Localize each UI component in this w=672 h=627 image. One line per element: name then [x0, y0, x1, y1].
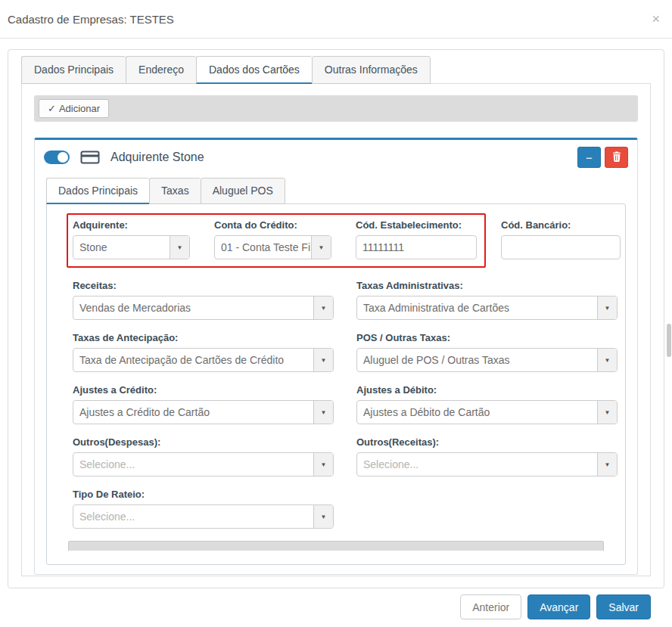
- add-bar: ✓ Adicionar: [34, 95, 638, 122]
- field-label: Adquirente:: [73, 219, 190, 231]
- taxas-administrativas-select[interactable]: Taxa Administrativa de Cartões ▼: [356, 296, 618, 320]
- outros-receitas-select[interactable]: Selecione... ▼: [356, 452, 618, 476]
- close-icon[interactable]: ×: [652, 12, 660, 26]
- field-pos-outras-taxas: POS / Outras Taxas: Aluguel de POS / Out…: [356, 332, 618, 372]
- card-title: Adquirente Stone: [110, 151, 204, 164]
- tab-endereco[interactable]: Endereço: [126, 56, 196, 84]
- subtab-aluguel-pos[interactable]: Aluguel POS: [201, 178, 285, 204]
- field-label: Outros(Receitas):: [356, 436, 618, 448]
- collapse-button[interactable]: −: [577, 147, 601, 168]
- ajustes-debito-select[interactable]: Ajustes a Débito de Cartão ▼: [356, 400, 618, 424]
- active-toggle[interactable]: [44, 151, 70, 164]
- add-button[interactable]: ✓ Adicionar: [39, 99, 109, 118]
- tab-dados-dos-cartoes[interactable]: Dados dos Cartões: [196, 56, 312, 84]
- tipo-rateio-select[interactable]: Selecione... ▼: [73, 504, 334, 529]
- main-tabbar: Dados Principais Endereço Dados dos Cart…: [21, 56, 651, 84]
- toggle-knob: [58, 152, 68, 163]
- field-label: Outros(Despesas):: [73, 436, 334, 448]
- credit-card-icon: [80, 150, 100, 165]
- chevron-down-icon: ▼: [313, 505, 333, 528]
- field-label: Taxas de Antecipação:: [73, 332, 334, 343]
- highlight-box: Adquirente: Stone ▼ Conta do Crédito:: [67, 213, 486, 268]
- field-tipo-rateio: Tipo De Rateio: Selecione... ▼: [73, 489, 334, 529]
- cards-tab-content: ✓ Adicionar Adquirente Stone −: [21, 83, 651, 576]
- form-row-3: Taxas de Antecipação: Taxa de Antecipaçã…: [73, 332, 605, 372]
- field-label: Ajustes a Débito:: [356, 384, 618, 396]
- check-icon: ✓: [48, 103, 56, 114]
- outros-despesas-select[interactable]: Selecione... ▼: [73, 452, 334, 476]
- field-taxas-administrativas: Taxas Administrativas: Taxa Administrati…: [356, 280, 618, 320]
- field-label: POS / Outras Taxas:: [356, 332, 618, 343]
- next-button[interactable]: Avançar: [527, 594, 590, 619]
- field-ajustes-debito: Ajustes a Débito: Ajustes a Débito de Ca…: [356, 384, 618, 424]
- receitas-select[interactable]: Vendas de Mercadorias ▼: [73, 296, 334, 320]
- subtab-taxas[interactable]: Taxas: [149, 178, 201, 204]
- main-panel: Dados Principais Endereço Dados dos Cart…: [8, 49, 664, 588]
- field-conta-credito: Conta do Crédito: 01 - Conta Teste Fi ▼: [214, 219, 331, 259]
- card-subtabbar: Dados Principais Taxas Aluguel POS: [46, 178, 626, 204]
- scrollbar-thumb[interactable]: [667, 324, 671, 357]
- minus-icon: −: [586, 151, 593, 164]
- field-label: Cód. Estabelecimento:: [356, 219, 477, 231]
- acquirer-card: Adquirente Stone −: [34, 138, 638, 575]
- form-row-6: Tipo De Rateio: Selecione... ▼: [73, 489, 605, 529]
- save-button[interactable]: Salvar: [596, 594, 651, 619]
- field-label: Taxas Administrativas:: [356, 280, 618, 291]
- ajustes-credito-select[interactable]: Ajustes a Crédito de Cartão ▼: [73, 400, 334, 424]
- cod-bancario-input[interactable]: [501, 235, 621, 259]
- card-actions: −: [577, 147, 628, 168]
- chevron-down-icon: ▼: [311, 236, 331, 259]
- field-cod-estabelecimento: Cód. Estabelecimento:: [356, 219, 477, 259]
- footer: Anterior Avançar Salvar: [8, 588, 664, 619]
- chevron-down-icon: ▼: [313, 296, 333, 319]
- cod-estabelecimento-input[interactable]: [356, 235, 477, 259]
- pos-outras-taxas-select[interactable]: Aluguel de POS / Outras Taxas ▼: [356, 348, 618, 372]
- conta-credito-select[interactable]: 01 - Conta Teste Fi ▼: [214, 235, 331, 259]
- acquirer-card-body: Dados Principais Taxas Aluguel POS Adqui…: [35, 173, 637, 574]
- chevron-down-icon: ▼: [313, 401, 333, 424]
- add-button-label: Adicionar: [59, 103, 100, 114]
- chevron-down-icon: ▼: [597, 453, 617, 476]
- acquirer-card-header: Adquirente Stone −: [35, 140, 637, 173]
- chevron-down-icon: ▼: [597, 296, 617, 319]
- field-label: Receitas:: [73, 280, 334, 291]
- form-row-1: Adquirente: Stone ▼ Conta do Crédito:: [67, 213, 605, 268]
- tab-outras-informacoes[interactable]: Outras Informações: [312, 56, 431, 84]
- trash-icon: [612, 151, 621, 164]
- field-taxas-antecipacao: Taxas de Antecipação: Taxa de Antecipaçã…: [73, 332, 334, 372]
- adquirente-select[interactable]: Stone ▼: [73, 235, 190, 259]
- chevron-down-icon: ▼: [313, 349, 333, 371]
- field-outros-receitas: Outros(Receitas): Selecione... ▼: [356, 436, 618, 476]
- previous-button[interactable]: Anterior: [460, 594, 521, 619]
- chevron-down-icon: ▼: [597, 349, 617, 371]
- subtab-dados-principais[interactable]: Dados Principais: [46, 178, 149, 204]
- field-cod-bancario: Cód. Bancário:: [501, 219, 621, 259]
- form-row-4: Ajustes a Crédito: Ajustes a Crédito de …: [73, 384, 605, 424]
- modal-title: Cadastro de Empresas: TESTES: [8, 13, 174, 26]
- tab-dados-principais[interactable]: Dados Principais: [21, 56, 126, 84]
- modal-body: Dados Principais Endereço Dados dos Cart…: [0, 39, 672, 619]
- card-form-panel: Adquirente: Stone ▼ Conta do Crédito:: [46, 203, 626, 565]
- form-row-2: Receitas: Vendas de Mercadorias ▼ Taxas …: [73, 280, 605, 320]
- chevron-down-icon: ▼: [313, 453, 333, 476]
- field-adquirente: Adquirente: Stone ▼: [73, 219, 190, 259]
- form-row-5: Outros(Despesas): Selecione... ▼ Outros(…: [73, 436, 605, 476]
- field-receitas: Receitas: Vendas de Mercadorias ▼: [73, 280, 334, 320]
- delete-button[interactable]: [605, 147, 628, 168]
- taxas-antecipacao-select[interactable]: Taxa de Antecipação de Cartões de Crédit…: [73, 348, 334, 372]
- field-ajustes-credito: Ajustes a Crédito: Ajustes a Crédito de …: [73, 384, 334, 424]
- field-label: Cód. Bancário:: [501, 219, 621, 231]
- field-label: Tipo De Rateio:: [73, 489, 334, 500]
- field-outros-despesas: Outros(Despesas): Selecione... ▼: [73, 436, 334, 476]
- modal-header: Cadastro de Empresas: TESTES ×: [0, 0, 672, 39]
- chevron-down-icon: ▼: [170, 236, 189, 259]
- field-label: Ajustes a Crédito:: [73, 384, 334, 396]
- clipped-section-bar: [68, 541, 604, 551]
- field-label: Conta do Crédito:: [214, 219, 331, 231]
- chevron-down-icon: ▼: [597, 401, 617, 424]
